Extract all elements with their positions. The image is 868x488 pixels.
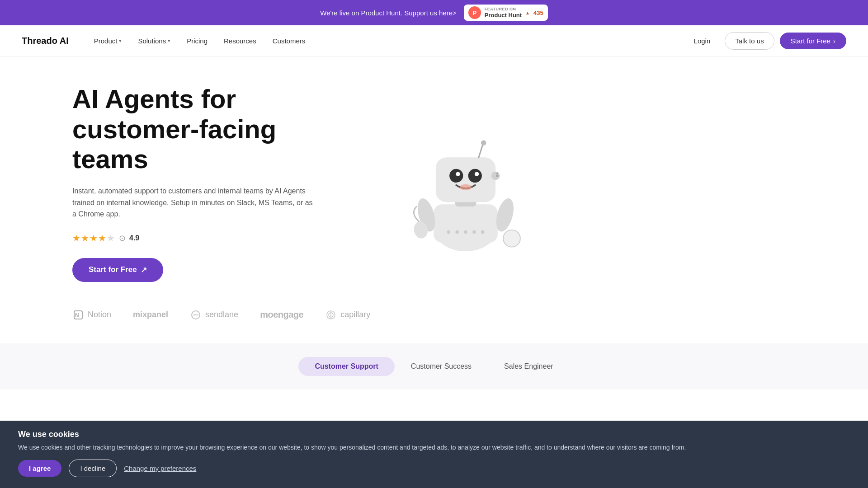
tab-sales-engineer[interactable]: Sales Engineer	[488, 357, 570, 376]
hero-cta-button[interactable]: Start for Free ↗	[72, 258, 163, 282]
star-icons: ★★★★★	[72, 233, 115, 244]
svg-point-2	[447, 230, 450, 234]
banner-text[interactable]: We're live on Product Hunt. Support us h…	[320, 9, 457, 17]
hero-robot-image	[371, 106, 561, 260]
start-free-button[interactable]: Start for Free ›	[780, 33, 846, 49]
logo[interactable]: Threado AI	[22, 36, 69, 46]
svg-point-6	[481, 230, 485, 234]
hero-title: AI Agents for customer-facing teams	[72, 84, 344, 174]
top-banner: We're live on Product Hunt. Support us h…	[0, 0, 868, 25]
ph-featured-label: FEATURED ON	[485, 7, 522, 12]
rating-value: 4.9	[129, 234, 139, 242]
rating-badge-icon: ⊙	[119, 233, 126, 243]
ph-info: FEATURED ON Product Hunt	[485, 7, 522, 19]
logo-notion: N Notion	[72, 309, 111, 321]
svg-point-11	[456, 172, 460, 176]
chevron-down-icon: ▾	[119, 38, 122, 44]
moengage-label: moengage	[260, 310, 303, 320]
notion-label: Notion	[88, 310, 111, 319]
nav-actions: Login Talk to us Start for Free ›	[685, 32, 846, 50]
navbar: Threado AI Product ▾ Solutions ▾ Pricing…	[0, 25, 868, 57]
hero-subtitle: Instant, automated support to customers …	[72, 185, 316, 220]
ph-triangle-icon: ▲	[525, 10, 530, 15]
svg-point-16	[496, 172, 498, 174]
nav-pricing[interactable]: Pricing	[179, 33, 215, 48]
svg-point-18	[481, 140, 486, 145]
hero-section: AI Agents for customer-facing teams Inst…	[0, 57, 868, 300]
svg-point-22	[503, 230, 520, 247]
logo-capillary: capillary	[325, 309, 370, 321]
sendlane-icon	[190, 309, 202, 321]
logo-sendlane: sendlane	[190, 309, 238, 321]
hero-content: AI Agents for customer-facing teams Inst…	[72, 84, 344, 282]
rating-row: ★★★★★ ⊙ 4.9	[72, 233, 344, 244]
nav-resources[interactable]: Resources	[217, 33, 264, 48]
login-button[interactable]: Login	[685, 33, 720, 49]
capillary-icon	[325, 309, 337, 321]
arrow-icon: ↗	[141, 265, 147, 275]
svg-text:N: N	[75, 312, 79, 319]
nav-solutions[interactable]: Solutions ▾	[131, 33, 178, 48]
svg-point-5	[472, 230, 476, 234]
svg-point-9	[449, 169, 463, 183]
ph-logo-icon: P	[468, 6, 481, 19]
tab-customer-success[interactable]: Customer Success	[395, 357, 488, 376]
svg-point-10	[468, 169, 482, 183]
nav-customers[interactable]: Customers	[265, 33, 313, 48]
ph-count-label: 435	[533, 9, 543, 16]
arrow-icon: ›	[833, 37, 835, 45]
logos-row: N Notion mixpanel sendlane moengage capi…	[0, 300, 868, 343]
svg-line-17	[478, 145, 482, 158]
notion-icon: N	[72, 309, 84, 321]
tabs-section: Customer Support Customer Success Sales …	[0, 343, 868, 389]
svg-point-15	[496, 174, 499, 177]
tab-customer-support[interactable]: Customer Support	[298, 357, 394, 376]
mixpanel-label: mixpanel	[133, 310, 168, 319]
capillary-label: capillary	[340, 310, 370, 319]
svg-point-13	[460, 184, 472, 190]
nav-links: Product ▾ Solutions ▾ Pricing Resources …	[87, 33, 685, 48]
talk-to-us-button[interactable]: Talk to us	[725, 32, 774, 50]
svg-point-3	[455, 230, 459, 234]
sendlane-label: sendlane	[205, 310, 238, 319]
svg-point-12	[475, 172, 479, 176]
svg-rect-8	[436, 157, 495, 202]
product-hunt-badge[interactable]: P FEATURED ON Product Hunt ▲ 435	[464, 5, 548, 21]
ph-name-label: Product Hunt	[485, 12, 522, 19]
logo-mixpanel: mixpanel	[133, 310, 168, 319]
tabs-container: Customer Support Customer Success Sales …	[0, 357, 868, 376]
logo-moengage: moengage	[260, 310, 303, 320]
robot-illustration	[389, 106, 542, 260]
svg-point-4	[464, 230, 467, 234]
chevron-down-icon: ▾	[168, 38, 170, 44]
nav-product[interactable]: Product ▾	[87, 33, 129, 48]
svg-rect-1	[434, 204, 498, 243]
